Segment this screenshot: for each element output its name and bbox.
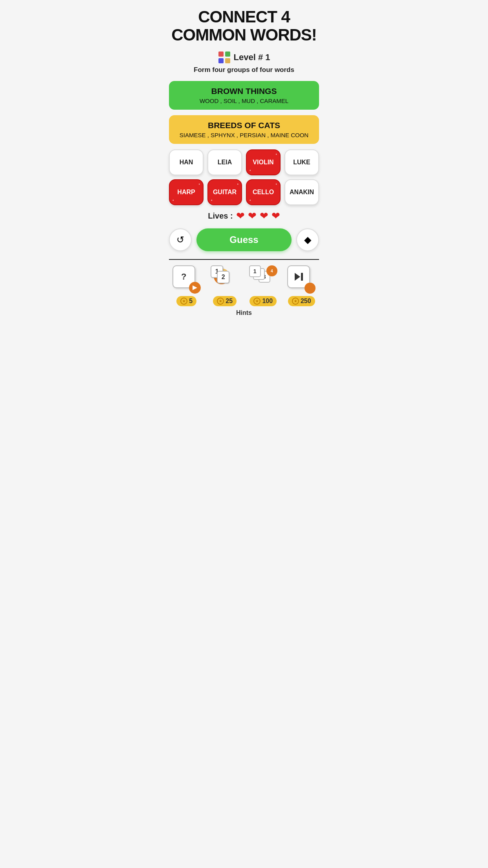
tile-harp[interactable]: HARP (169, 179, 204, 205)
hint-shuffle-card2: 2 (217, 271, 229, 283)
action-row: ↺ Guess ◆ (169, 228, 319, 251)
tile-violin[interactable]: VIOLIN (246, 149, 281, 175)
category-cats-words: SIAMESE , SPHYNX , PERSIAN , MAINE COON (175, 132, 313, 138)
coin-icon-2: ★ (217, 298, 224, 305)
hint-reveal[interactable]: ? ★ 5 (169, 265, 204, 306)
lives-label: Lives : (208, 211, 233, 221)
category-cats-title: BREEDS OF CATS (175, 121, 313, 130)
category-brown-title: BROWN THINGS (175, 86, 313, 96)
svg-rect-0 (218, 51, 224, 57)
hint-shuffle[interactable]: 1 2 ★ 25 (207, 265, 243, 306)
category-brown-words: WOOD , SOIL , MUD , CARAMEL (175, 97, 313, 104)
hint-multi-cost: ★ 100 (250, 296, 277, 306)
coin-icon-4: ★ (292, 298, 299, 305)
skip-icon (293, 271, 304, 282)
tile-cello[interactable]: CELLO (246, 179, 281, 205)
shuffle-icon: ↺ (176, 234, 184, 245)
level-grid-icon (218, 51, 231, 64)
tile-anakin[interactable]: ANAKIN (284, 179, 319, 205)
tile-leia[interactable]: LEIA (207, 149, 242, 175)
coin-icon-1: ★ (180, 298, 187, 305)
hints-grid: ? ★ 5 1 2 (169, 260, 319, 309)
hint-skip[interactable]: ★ 250 (284, 265, 319, 306)
hint-multi-card1: 1 (249, 265, 261, 277)
svg-rect-1 (225, 51, 230, 57)
category-cats: BREEDS OF CATS SIAMESE , SPHYNX , PERSIA… (169, 115, 319, 144)
svg-rect-3 (225, 58, 230, 63)
level-text: Level # 1 (234, 52, 270, 63)
shuffle-button[interactable]: ↺ (169, 228, 192, 251)
tile-guitar[interactable]: GUITAR (207, 179, 242, 205)
hints-section: ? ★ 5 1 2 (169, 259, 319, 320)
svg-rect-2 (218, 58, 224, 63)
coin-icon-3: ★ (253, 298, 261, 305)
heart-2: ❤ (248, 210, 257, 222)
hint-multi-badge: 4 (266, 265, 277, 276)
level-row: Level # 1 (218, 51, 270, 64)
tile-luke[interactable]: LUKE (284, 149, 319, 175)
subtitle: Form four groups of four words (194, 66, 294, 74)
guess-button[interactable]: Guess (196, 228, 292, 251)
eraser-icon: ◆ (304, 234, 311, 245)
hint-multi[interactable]: 3 2 1 4 ★ 100 (246, 265, 281, 306)
svg-marker-6 (295, 273, 300, 281)
lives-row: Lives : ❤ ❤ ❤ ❤ (208, 210, 280, 222)
hints-label: Hints (169, 309, 319, 320)
tile-han[interactable]: HAN (169, 149, 204, 175)
svg-rect-7 (301, 273, 303, 281)
app-title: CONNECT 4 COMMON WORDS! (171, 8, 317, 44)
hint-reveal-badge (189, 282, 201, 294)
deselect-button[interactable]: ◆ (296, 228, 319, 251)
heart-3: ❤ (260, 210, 268, 222)
hint-skip-badge (305, 283, 316, 294)
hint-shuffle-cost: ★ 25 (213, 296, 237, 306)
hint-skip-cost: ★ 250 (288, 296, 315, 306)
category-brown: BROWN THINGS WOOD , SOIL , MUD , CARAMEL (169, 81, 319, 110)
hint-reveal-cost: ★ 5 (176, 296, 196, 306)
svg-marker-4 (193, 285, 197, 290)
heart-1: ❤ (236, 210, 245, 222)
heart-4: ❤ (272, 210, 280, 222)
word-grid: HAN LEIA VIOLIN LUKE HARP GUITAR CELLO A… (169, 149, 319, 205)
